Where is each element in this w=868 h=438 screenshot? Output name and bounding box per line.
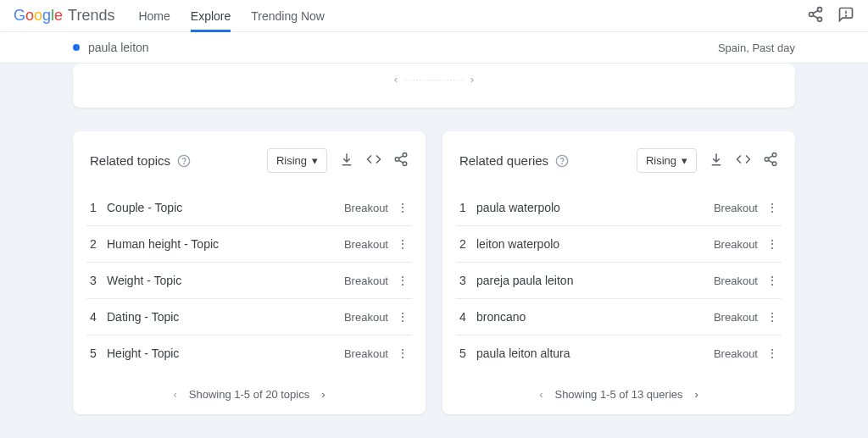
svg-point-18 [772,162,776,166]
nav-explore[interactable]: Explore [191,1,231,31]
svg-point-17 [765,157,769,161]
more-icon[interactable]: ⋮ [397,274,409,287]
svg-point-11 [403,162,407,166]
queries-title: Related queries [459,153,569,168]
help-icon[interactable] [177,154,191,168]
nav: Home Explore Trending Now [138,1,324,31]
list-item[interactable]: 4Dating - TopicBreakout⋮ [86,299,412,335]
more-icon[interactable]: ⋮ [397,201,409,214]
cards-row: Related topics Rising ▾ [0,131,868,414]
more-icon[interactable]: ⋮ [397,237,409,251]
breadcrumb: Spain, Past day [718,42,795,54]
header-left: Google Trends Home Explore Trending Now [14,1,325,31]
more-icon[interactable]: ⋮ [397,347,409,360]
preview-nav: ‹ ····················· › [90,74,778,86]
svg-line-3 [813,15,818,18]
list-item[interactable]: 2leiton waterpoloBreakout⋮ [456,226,782,263]
subheader: paula leiton Spain, Past day [0,32,868,64]
list-item[interactable]: 1Couple - TopicBreakout⋮ [86,190,412,226]
queries-list: 1paula waterpoloBreakout⋮ 2leiton waterp… [456,190,782,371]
help-icon[interactable] [555,154,569,168]
trends-label: Trends [68,7,114,25]
more-icon[interactable]: ⋮ [766,274,778,287]
queries-controls: Rising ▾ [637,148,778,173]
topics-controls: Rising ▾ [267,148,409,173]
content: ‹ ····················· › [0,64,868,108]
search-term[interactable]: paula leiton [73,41,149,54]
topics-header: Related topics Rising ▾ [86,148,412,173]
svg-point-8 [184,164,185,164]
google-logo-text: Google [14,7,63,25]
list-item[interactable]: 3Weight - TopicBreakout⋮ [86,263,412,299]
svg-point-2 [818,17,822,21]
svg-point-6 [846,15,847,16]
svg-line-19 [768,160,772,163]
more-icon[interactable]: ⋮ [766,237,778,251]
topics-sort-dropdown[interactable]: Rising ▾ [267,148,327,173]
more-icon[interactable]: ⋮ [766,201,778,214]
topics-title-text: Related topics [90,153,170,168]
dropdown-label: Rising [276,154,307,167]
svg-point-0 [818,7,822,11]
nav-home[interactable]: Home [138,1,170,31]
list-item[interactable]: 2Human height - TopicBreakout⋮ [86,226,412,263]
caret-down-icon: ▾ [682,154,687,167]
preview-text: ····················· [404,74,464,86]
search-dot-icon [73,44,80,51]
share-icon[interactable] [393,152,409,170]
embed-icon[interactable] [366,152,381,170]
svg-line-20 [768,155,772,158]
list-item[interactable]: 5paula leiton alturaBreakout⋮ [456,335,782,371]
queries-header: Related queries Rising ▾ [456,148,782,173]
chevron-right-icon[interactable]: › [470,74,474,86]
svg-point-10 [395,157,399,161]
nav-trending[interactable]: Trending Now [251,1,325,31]
header-right [807,6,854,26]
preview-card: ‹ ····················· › [73,64,795,108]
topics-list: 1Couple - TopicBreakout⋮ 2Human height -… [86,190,412,371]
list-item[interactable]: 1paula waterpoloBreakout⋮ [456,190,782,226]
feedback-icon[interactable] [837,6,854,26]
svg-point-15 [562,164,563,164]
queries-sort-dropdown[interactable]: Rising ▾ [637,148,697,173]
download-icon[interactable] [339,152,354,170]
chevron-left-icon[interactable]: ‹ [539,388,542,401]
svg-point-16 [772,152,776,157]
svg-point-9 [403,152,407,157]
search-term-text: paula leiton [88,41,149,54]
chevron-right-icon[interactable]: › [695,388,698,401]
related-queries-card: Related queries Rising ▾ [442,131,795,414]
chevron-left-icon[interactable]: ‹ [173,388,176,401]
dropdown-label: Rising [646,154,676,167]
embed-icon[interactable] [736,152,751,170]
share-icon[interactable] [763,152,778,170]
pagination-text: Showing 1-5 of 20 topics [189,388,309,401]
chevron-right-icon[interactable]: › [321,388,325,401]
list-item[interactable]: 4broncanoBreakout⋮ [456,299,782,335]
more-icon[interactable]: ⋮ [766,347,778,360]
topics-title: Related topics [90,153,191,168]
svg-line-12 [398,160,403,163]
header-bar: Google Trends Home Explore Trending Now [0,0,868,32]
list-item[interactable]: 5Height - TopicBreakout⋮ [86,335,412,371]
download-icon[interactable] [709,152,724,170]
svg-line-4 [813,10,818,13]
list-item[interactable]: 3pareja paula leitonBreakout⋮ [456,263,782,299]
queries-pagination: ‹ Showing 1-5 of 13 queries › [456,388,782,401]
chevron-left-icon[interactable]: ‹ [394,74,398,86]
topics-pagination: ‹ Showing 1-5 of 20 topics › [86,388,412,401]
queries-title-text: Related queries [459,153,548,168]
caret-down-icon: ▾ [312,154,318,167]
share-icon[interactable] [807,6,824,26]
more-icon[interactable]: ⋮ [766,310,778,324]
pagination-text: Showing 1-5 of 13 queries [554,388,682,401]
related-topics-card: Related topics Rising ▾ [73,131,426,414]
svg-line-13 [398,155,403,158]
more-icon[interactable]: ⋮ [397,310,409,324]
svg-point-1 [810,12,814,16]
logo[interactable]: Google Trends [14,7,114,25]
